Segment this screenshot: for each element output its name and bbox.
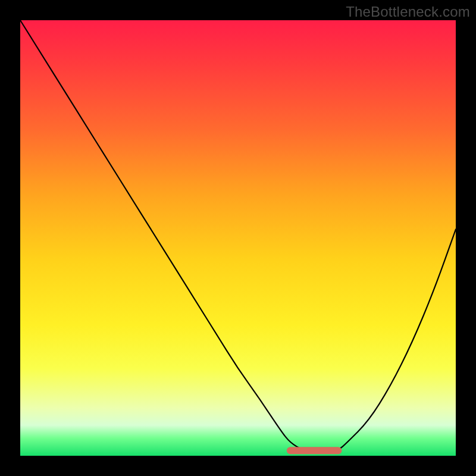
chart-frame: TheBottleneck.com bbox=[0, 0, 476, 476]
bottleneck-curve bbox=[20, 20, 456, 456]
curve-path bbox=[20, 20, 456, 450]
watermark-text: TheBottleneck.com bbox=[346, 4, 470, 20]
